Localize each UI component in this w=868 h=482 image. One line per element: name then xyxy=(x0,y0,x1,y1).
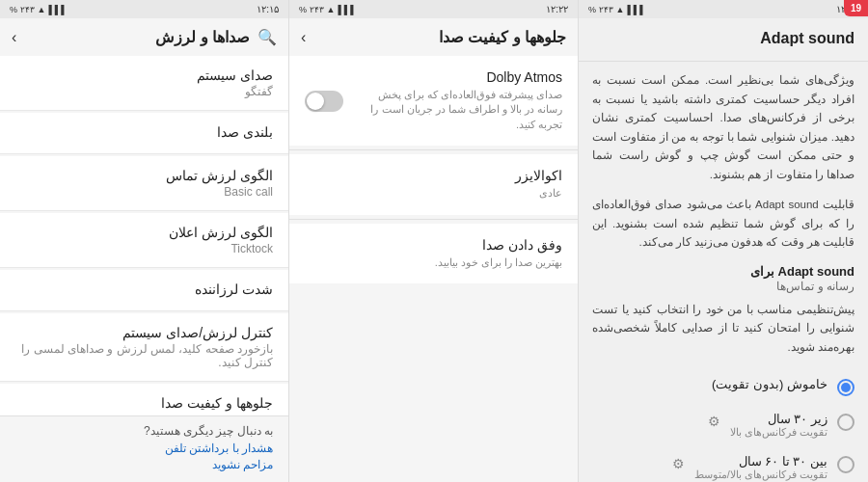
option-no-boost-text: خاموش (بدون تقویت) xyxy=(712,377,827,391)
option-under30[interactable]: زیر ۳۰ سال تقویت فرکانس‌های بالا ⚙ xyxy=(592,404,854,446)
sound-quality-item[interactable]: جلوهها و کیفیت صدا xyxy=(0,384,288,415)
notif-ringtone-item[interactable]: الگوی لرزش اعلان Ticktock xyxy=(0,213,288,268)
call-ringtone-item[interactable]: الگوی لرزش تماس Basic call xyxy=(0,156,288,211)
for-label: Adapt sound برای رسانه و تماس‌ها xyxy=(592,264,854,293)
middle-signal-icon: ▌▌▌ xyxy=(338,5,356,14)
right-status-icons: ▌▌▌ ▲ ۲۴۳ % xyxy=(588,5,646,14)
adapt-sound-item[interactable]: وفق دادن صدا بهترین صدا را برای خود بیاب… xyxy=(289,224,578,283)
right-description1: ویژگی‌های شما بی‌نظیر است. ممکن است نسبت… xyxy=(592,71,854,184)
equalizer-item[interactable]: اکوالایزر عادی xyxy=(289,154,578,214)
middle-time: ۱۲:۲۲ xyxy=(546,4,568,14)
left-header: 🔍 صداها و لرزش › xyxy=(0,18,288,56)
between30-60-desc: تقویت فرکانس‌های بالا/متوسط xyxy=(694,469,827,481)
right-panel-body: ویژگی‌های شما بی‌نظیر است. ممکن است نسبت… xyxy=(579,62,868,482)
option-between30-60-text: بین ۳۰ تا ۶۰ سال تقویت فرکانس‌های بالا/م… xyxy=(694,454,827,481)
system-sound-subtitle: گفتگو xyxy=(15,85,273,98)
volume-title: بلندی صدا xyxy=(15,124,273,140)
battery-left: ۲۴۳ % xyxy=(10,5,35,14)
middle-header: جلوهها و کیفیت صدا › xyxy=(289,18,578,56)
right-description2: قابلیت Adapt sound باعث می‌شود صدای فوق‌… xyxy=(592,196,854,253)
call-ringtone-subtitle: Basic call xyxy=(15,185,273,199)
dolby-atmos-toggle[interactable] xyxy=(305,91,343,112)
right-test-label: پیش‌تنظیمی مناسب با من خود را انتخاب کنی… xyxy=(592,301,854,358)
left-settings-list: صدای سیستم گفتگو بلندی صدا الگوی لرزش تم… xyxy=(0,56,288,415)
vibration-intensity-title: شدت لرزاننده xyxy=(15,281,273,297)
wifi-icon: ▲ xyxy=(38,5,46,14)
middle-panel-title: جلوهها و کیفیت صدا xyxy=(313,28,566,46)
logo-badge: 19 xyxy=(844,0,868,16)
radio-no-boost[interactable] xyxy=(837,379,854,396)
notif-ringtone-title: الگوی لرزش اعلان xyxy=(15,225,273,240)
middle-panel: ۱۲:۲۲ ▌▌▌ ▲ ۲۴۳ % جلوهها و کیفیت صدا › D… xyxy=(289,0,579,482)
under30-desc: تقویت فرکانس‌های بالا xyxy=(730,426,827,439)
right-panel: 19 ۱۲:۳۳ ▌▌▌ ▲ ۲۴۳ % Adapt sound ویژگی‌ه… xyxy=(579,0,868,482)
right-battery: ۲۴۳ % xyxy=(588,5,613,14)
signal-icon: ▌▌▌ xyxy=(48,5,67,14)
right-panel-title: Adapt sound xyxy=(592,30,854,47)
call-ringtone-title: الگوی لرزش تماس xyxy=(15,168,273,183)
equalizer-title: اکوالایزر xyxy=(305,168,562,183)
between30-60-label: بین ۳۰ تا ۶۰ سال xyxy=(694,454,827,469)
left-back-icon[interactable]: › xyxy=(12,29,16,46)
dolby-atmos-subtitle: صدای پیشرفته فوق‌العاده‌ای که برای پخش ر… xyxy=(355,88,562,132)
sound-quality-title: جلوهها و کیفیت صدا xyxy=(15,395,273,411)
adapt-sound-title: وفق دادن صدا xyxy=(305,237,562,253)
dolby-atmos-item[interactable]: Dolby Atmos صدای پیشرفته فوق‌العاده‌ای ک… xyxy=(289,56,578,146)
radio-under30[interactable] xyxy=(837,414,854,431)
option-no-boost[interactable]: خاموش (بدون تقویت) xyxy=(592,369,854,404)
dolby-atmos-title: Dolby Atmos xyxy=(355,69,562,85)
equalizer-subtitle: عادی xyxy=(305,186,562,201)
left-time: ۱۲:۱۵ xyxy=(257,4,279,14)
right-signal-icon: ▌▌▌ xyxy=(627,5,645,14)
middle-settings-list: Dolby Atmos صدای پیشرفته فوق‌العاده‌ای ک… xyxy=(289,56,578,482)
between30-60-gear-icon[interactable]: ⚙ xyxy=(672,456,685,471)
left-panel: ۱۲:۱۵ ▌▌▌ ▲ ۲۴۳ % 🔍 صداها و لرزش › صدای … xyxy=(0,0,289,482)
equalizer-text: اکوالایزر عادی xyxy=(305,168,562,201)
under30-gear-icon[interactable]: ⚙ xyxy=(708,414,720,429)
right-header: Adapt sound xyxy=(579,18,868,62)
radio-between30-60[interactable] xyxy=(837,456,854,473)
middle-wifi-icon: ▲ xyxy=(327,5,336,14)
for-sublabel: رسانه و تماس‌ها xyxy=(776,280,854,293)
footer-link2[interactable]: مزاحم نشوید xyxy=(15,458,273,471)
right-status-bar: ۱۲:۳۳ ▌▌▌ ▲ ۲۴۳ % xyxy=(579,0,868,18)
option-under30-text: زیر ۳۰ سال تقویت فرکانس‌های بالا xyxy=(730,412,827,439)
system-sound-title: صدای سیستم xyxy=(15,67,273,83)
adapt-sound-text: وفق دادن صدا بهترین صدا را برای خود بیاب… xyxy=(305,237,562,270)
under30-label: زیر ۳۰ سال xyxy=(730,412,827,426)
left-status-icons: ▌▌▌ ▲ ۲۴۳ % xyxy=(10,5,68,14)
left-panel-title: صداها و لرزش xyxy=(24,28,250,46)
for-label-text: Adapt sound برای xyxy=(750,264,854,279)
system-vibration-title: کنترل لرزش/صدای سیستم xyxy=(15,325,273,340)
left-footer: به دنبال چیز دیگری هستید? هشدار با برداش… xyxy=(0,415,288,482)
footer-question: به دنبال چیز دیگری هستید? xyxy=(15,424,273,438)
no-boost-label: خاموش (بدون تقویت) xyxy=(712,377,827,391)
middle-status-icons: ▌▌▌ ▲ ۲۴۳ % xyxy=(299,5,357,14)
system-vibration-subtitle: بازخورد صفحه کلید، لمس لرزش و صداهای لمس… xyxy=(15,342,273,369)
vibration-intensity-item[interactable]: شدت لرزاننده xyxy=(0,270,288,311)
left-status-bar: ۱۲:۱۵ ▌▌▌ ▲ ۲۴۳ % xyxy=(0,0,288,18)
middle-back-icon[interactable]: › xyxy=(301,29,306,46)
system-sound-item[interactable]: صدای سیستم گفتگو xyxy=(0,56,288,111)
footer-link1[interactable]: هشدار با برداشتن تلفن xyxy=(15,442,273,455)
right-wifi-icon: ▲ xyxy=(616,5,625,14)
option-between30-60[interactable]: بین ۳۰ تا ۶۰ سال تقویت فرکانس‌های بالا/م… xyxy=(592,446,854,482)
notif-ringtone-subtitle: Ticktock xyxy=(15,242,273,255)
middle-status-bar: ۱۲:۲۲ ▌▌▌ ▲ ۲۴۳ % xyxy=(289,0,578,18)
adapt-sound-subtitle: بهترین صدا را برای خود بیابید. xyxy=(305,255,562,270)
volume-item[interactable]: بلندی صدا xyxy=(0,113,288,154)
system-vibration-item[interactable]: کنترل لرزش/صدای سیستم بازخورد صفحه کلید،… xyxy=(0,313,288,382)
dolby-atmos-text: Dolby Atmos صدای پیشرفته فوق‌العاده‌ای ک… xyxy=(355,69,562,132)
search-icon[interactable]: 🔍 xyxy=(258,28,277,46)
middle-battery: ۲۴۳ % xyxy=(299,5,324,14)
